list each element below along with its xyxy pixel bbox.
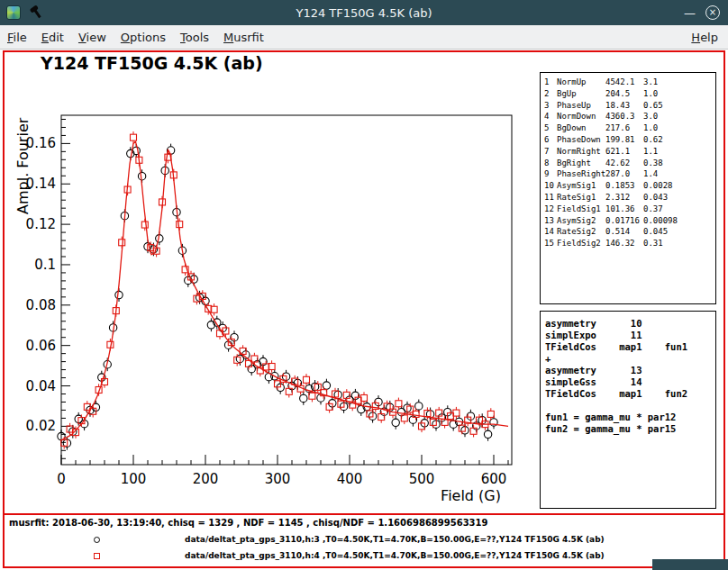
theory-text: asymmetry 10 simplExpo 11 TFieldCos map1… — [545, 318, 715, 435]
close-button[interactable]: × — [705, 5, 720, 20]
svg-text:Ampl. Fourier: Ampl. Fourier — [14, 117, 32, 214]
fit-info: musrfit: 2018-06-30, 13:19:40, chisq = 1… — [9, 518, 488, 528]
square-marker-icon — [94, 553, 100, 559]
root-canvas[interactable]: Y124 TF150G 4.5K (ab) 010020030040050060… — [3, 50, 725, 568]
param-row: 12FieldSig1101.360.37 — [544, 204, 715, 215]
menu-item-view[interactable]: View — [71, 31, 114, 44]
menubar: FileEditViewOptionsToolsMusrfit Help — [0, 25, 728, 50]
menu-item-tools[interactable]: Tools — [173, 31, 216, 44]
svg-text:300: 300 — [265, 471, 291, 487]
theory-box: asymmetry 10 simplExpo 11 TFieldCos map1… — [540, 311, 716, 509]
titlebar[interactable]: Y124 TF150G 4.5K (ab) — × — [0, 0, 728, 25]
svg-text:600: 600 — [481, 471, 507, 487]
param-row: 14RateSig20.5140.045 — [544, 226, 715, 238]
menu-item-options[interactable]: Options — [114, 31, 173, 44]
legend-row: data/deltat_pta_gps_3110,h:4 ,T0=4.50K,T… — [5, 548, 723, 565]
menu-item-file[interactable]: File — [0, 31, 34, 44]
param-row: 11RateSig12.3120.043 — [544, 192, 715, 204]
minimize-button[interactable]: — — [684, 7, 696, 19]
svg-text:400: 400 — [337, 471, 363, 487]
svg-text:0.12: 0.12 — [26, 216, 56, 232]
svg-text:0.04: 0.04 — [26, 378, 56, 394]
menu-items: FileEditViewOptionsToolsMusrfit — [0, 31, 271, 44]
svg-text:0.1: 0.1 — [34, 257, 56, 273]
svg-text:0.08: 0.08 — [26, 297, 56, 313]
param-row: 3PhaseUp18.430.65 — [544, 100, 715, 112]
param-row: 4NormDown4360.33.0 — [544, 111, 715, 122]
svg-text:100: 100 — [121, 471, 147, 487]
app-icon — [6, 5, 21, 20]
legend-label: data/deltat_pta_gps_3110,h:4 ,T0=4.50K,T… — [185, 551, 605, 560]
window-title: Y124 TF150G 4.5K (ab) — [0, 0, 728, 25]
param-row: 15FieldSig2146.320.31 — [544, 238, 715, 249]
svg-text:200: 200 — [193, 471, 219, 487]
param-row: 1NormUp4542.13.1 — [544, 77, 715, 88]
param-row: 9PhaseRight287.01.4 — [544, 168, 715, 180]
param-row: 2BgUp204.51.0 — [544, 88, 715, 100]
plot-svg: 01002003004005006000.020.040.060.080.10.… — [5, 52, 545, 520]
parameters-box: 1NormUp4542.13.12BgUp204.51.03PhaseUp18.… — [540, 72, 716, 304]
divider-line — [5, 513, 723, 515]
param-row: 6PhaseDown199.810.62 — [544, 134, 715, 146]
param-row: 8BgRight42.620.38 — [544, 158, 715, 169]
legend-label: data/deltat_pta_gps_3110,h:3 ,T0=4.50K,T… — [185, 535, 605, 544]
menu-item-musrfit[interactable]: Musrfit — [216, 31, 271, 44]
window-controls: — × — [684, 0, 720, 25]
param-row: 13AsymSig20.017160.00098 — [544, 215, 715, 227]
pin-icon — [27, 4, 44, 21]
legend-row: data/deltat_pta_gps_3110,h:3 ,T0=4.50K,T… — [5, 532, 723, 548]
circle-marker-icon — [94, 537, 100, 543]
desktop-corner — [652, 559, 728, 570]
svg-text:0.02: 0.02 — [26, 418, 56, 434]
svg-text:0.06: 0.06 — [26, 338, 56, 354]
param-row: 7NormRight621.11.1 — [544, 146, 715, 158]
param-row: 10AsymSig10.18530.0028 — [544, 180, 715, 192]
close-icon: × — [709, 8, 716, 17]
svg-text:Field (G): Field (G) — [441, 487, 501, 504]
legend: data/deltat_pta_gps_3110,h:3 ,T0=4.50K,T… — [5, 532, 723, 565]
menu-item-help[interactable]: Help — [684, 31, 725, 44]
param-row: 5BgDown217.61.0 — [544, 122, 715, 134]
app-window: Y124 TF150G 4.5K (ab) — × FileEditViewOp… — [0, 0, 728, 570]
svg-text:500: 500 — [409, 471, 435, 487]
menu-item-edit[interactable]: Edit — [34, 31, 71, 44]
svg-text:0: 0 — [57, 471, 66, 487]
titlebar-icons — [6, 5, 42, 20]
